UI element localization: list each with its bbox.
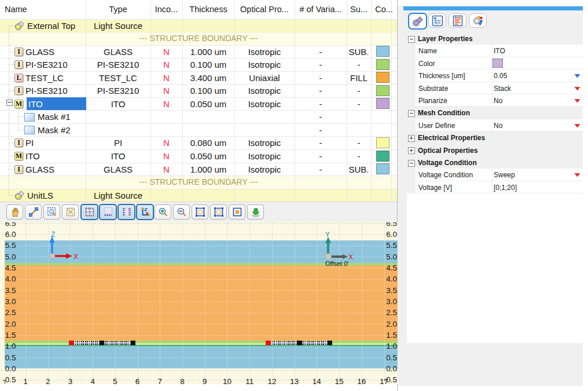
- svg-text:Z: Z: [51, 231, 55, 239]
- svg-text:X: X: [74, 253, 78, 261]
- svg-text:Y: Y: [325, 231, 330, 239]
